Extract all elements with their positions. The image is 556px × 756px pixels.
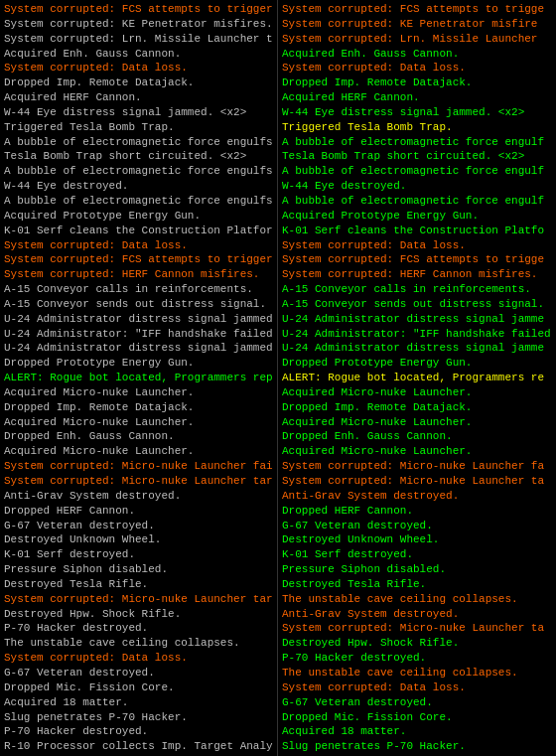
log-line: Acquired Micro-nuke Launcher.: [282, 415, 552, 430]
log-line: U-24 Administrator distress signal jamme…: [4, 312, 273, 327]
log-line: U-24 Administrator: "IFF handshake faile…: [282, 327, 552, 342]
log-line: System corrupted: Lrn. Missile Launcher: [282, 32, 552, 47]
log-line: U-24 Administrator distress signal jamme: [282, 341, 552, 356]
log-line: Acquired HERF Cannon.: [282, 90, 552, 105]
log-line: Destroyed Unknown Wheel.: [282, 532, 552, 547]
log-line: System corrupted: Data loss.: [4, 61, 273, 76]
log-line: A-15 Conveyor sends out distress signal.: [282, 297, 552, 312]
log-line: Destroyed Tesla Rifle.: [282, 577, 552, 592]
log-line: Pressure Siphon disabled.: [4, 562, 273, 577]
log-line: K-01 Serf cleans the Construction Platfo: [282, 224, 552, 238]
log-line: G-67 Veteran destroyed.: [282, 695, 552, 710]
log-line: W-44 Eye destroyed.: [282, 179, 552, 194]
log-line: System corrupted: Data loss.: [282, 680, 552, 695]
log-line: A-15 Conveyor calls in reinforcements.: [4, 282, 273, 297]
log-line: K-01 Serf destroyed.: [4, 547, 273, 562]
log-line: Triggered Tesla Bomb Trap.: [282, 120, 552, 135]
log-line: R-10 Processor collects Imp. Target Anal…: [4, 739, 273, 754]
log-line: Triggered Tesla Bomb Trap.: [4, 120, 273, 135]
log-line: Dropped Imp. Remote Datajack.: [282, 76, 552, 90]
log-line: Dropped Imp. Remote Datajack.: [4, 76, 273, 90]
log-line: Tesla Bomb Trap short circuited. <x2>: [282, 149, 552, 164]
log-line: Dropped Imp. Remote Datajack.: [4, 400, 273, 415]
log-line: P-70 Hacker destroyed.: [282, 651, 552, 666]
log-line: System corrupted: Micro-nuke Launcher ta…: [4, 474, 273, 489]
log-line: The unstable cave ceiling collapses.: [282, 666, 552, 680]
log-line: ALERT: Rogue bot located, Programmers re: [282, 371, 552, 385]
log-line: U-24 Administrator distress signal jamme…: [4, 341, 273, 356]
log-line: W-44 Eye distress signal jammed. <x2>: [4, 105, 273, 120]
log-line: The unstable cave ceiling collapses.: [4, 636, 273, 651]
log-line: Tesla Bomb Trap short circuited. <x2>: [4, 149, 273, 164]
log-line: A bubble of electromagnetic force engulf: [282, 194, 552, 209]
log-line: System corrupted: Micro-nuke Launcher ta: [282, 474, 552, 489]
log-line: Dropped Prototype Energy Gun.: [4, 356, 273, 371]
log-line: Acquired Micro-nuke Launcher.: [4, 415, 273, 430]
log-line: System corrupted: FCS attempts to trigge: [282, 252, 552, 267]
log-line: Slug penetrates P-70 Hacker.: [4, 710, 273, 725]
log-line: System corrupted: HERF Cannon misfires.: [282, 267, 552, 282]
log-line: Acquired Enh. Gauss Cannon.: [4, 47, 273, 62]
log-line: Acquired Micro-nuke Launcher.: [282, 385, 552, 400]
log-line: Destroyed Hpw. Shock Rifle.: [4, 607, 273, 622]
log-line: System corrupted: KE Penetrator misfire: [282, 17, 552, 32]
log-line: Destroyed Tesla Rifle.: [4, 577, 273, 592]
log-line: Dropped Enh. Gauss Cannon.: [4, 429, 273, 444]
log-line: ALERT: Rogue bot located, Programmers re…: [4, 371, 273, 385]
log-line: Anti-Grav System destroyed.: [282, 607, 552, 622]
log-line: G-67 Veteran destroyed.: [4, 666, 273, 680]
log-line: Acquired 18 matter.: [282, 724, 552, 739]
log-line: A-15 Conveyor sends out distress signal.: [4, 297, 273, 312]
log-line: System corrupted: Micro-nuke Launcher fa…: [4, 459, 273, 474]
log-line: K-01 Serf destroyed.: [282, 547, 552, 562]
log-line: System corrupted: FCS attempts to trigge…: [4, 252, 273, 267]
log-line: A-15 Conveyor calls in reinforcements.: [282, 282, 552, 297]
log-line: Acquired Micro-nuke Launcher.: [4, 385, 273, 400]
log-line: Acquired Micro-nuke Launcher.: [4, 444, 273, 459]
log-line: System corrupted: Data loss.: [282, 61, 552, 76]
log-line: System corrupted: HERF Cannon misfires.: [4, 267, 273, 282]
log-line: Destroyed Unknown Wheel.: [4, 532, 273, 547]
main-container: System corrupted: FCS attempts to trigge…: [0, 0, 556, 756]
log-line: Dropped HERF Cannon.: [282, 504, 552, 519]
log-line: Acquired HERF Cannon.: [4, 90, 273, 105]
log-line: Dropped Enh. Gauss Cannon.: [282, 429, 552, 444]
right-log-panel: System corrupted: FCS attempts to trigge…: [278, 0, 556, 756]
log-line: G-67 Veteran destroyed.: [4, 519, 273, 533]
log-line: P-70 Hacker destroyed.: [4, 621, 273, 636]
log-line: A bubble of electromagnetic force engulf…: [4, 164, 273, 179]
log-line: Dropped Mic. Fission Core.: [4, 680, 273, 695]
log-line: Acquired Micro-nuke Launcher.: [282, 444, 552, 459]
log-line: U-24 Administrator distress signal jamme: [282, 312, 552, 327]
log-line: Acquired Enh. Gauss Cannon.: [282, 47, 552, 62]
log-line: G-67 Veteran destroyed.: [282, 519, 552, 533]
log-line: Destroyed Hpw. Shock Rifle.: [282, 636, 552, 651]
log-line: Dropped Imp. Remote Datajack.: [282, 400, 552, 415]
log-line: U-24 Administrator: "IFF handshake faile…: [4, 327, 273, 342]
log-line: System corrupted: Micro-nuke Launcher ta: [282, 621, 552, 636]
log-line: Slug penetrates P-70 Hacker.: [282, 739, 552, 754]
log-line: System corrupted: KE Penetrator misfires…: [4, 17, 273, 32]
log-line: A bubble of electromagnetic force engulf…: [4, 135, 273, 150]
log-line: A bubble of electromagnetic force engulf: [282, 135, 552, 150]
log-line: The unstable cave ceiling collapses.: [282, 592, 552, 607]
log-line: Dropped Mic. Fission Core.: [282, 710, 552, 725]
log-line: K-01 Serf cleans the Construction Platfo…: [4, 224, 273, 238]
log-line: W-44 Eye distress signal jammed. <x2>: [282, 105, 552, 120]
log-line: System corrupted: FCS attempts to trigge: [282, 2, 552, 17]
log-line: W-44 Eye destroyed.: [4, 179, 273, 194]
log-line: System corrupted: Micro-nuke Launcher ta…: [4, 592, 273, 607]
log-line: Acquired 18 matter.: [4, 695, 273, 710]
log-line: Anti-Grav System destroyed.: [4, 489, 273, 504]
log-line: A bubble of electromagnetic force engulf: [282, 164, 552, 179]
log-line: Pressure Siphon disabled.: [282, 562, 552, 577]
log-line: System corrupted: Data loss.: [4, 238, 273, 253]
log-line: System corrupted: Lrn. Missile Launcher …: [4, 32, 273, 47]
log-line: Anti-Grav System destroyed.: [282, 489, 552, 504]
log-line: Acquired Prototype Energy Gun.: [282, 209, 552, 224]
log-line: P-70 Hacker destroyed.: [4, 724, 273, 739]
log-line: System corrupted: Data loss.: [282, 238, 552, 253]
left-log-panel: System corrupted: FCS attempts to trigge…: [0, 0, 278, 756]
log-line: Dropped HERF Cannon.: [4, 504, 273, 519]
log-line: System corrupted: Data loss.: [4, 651, 273, 666]
